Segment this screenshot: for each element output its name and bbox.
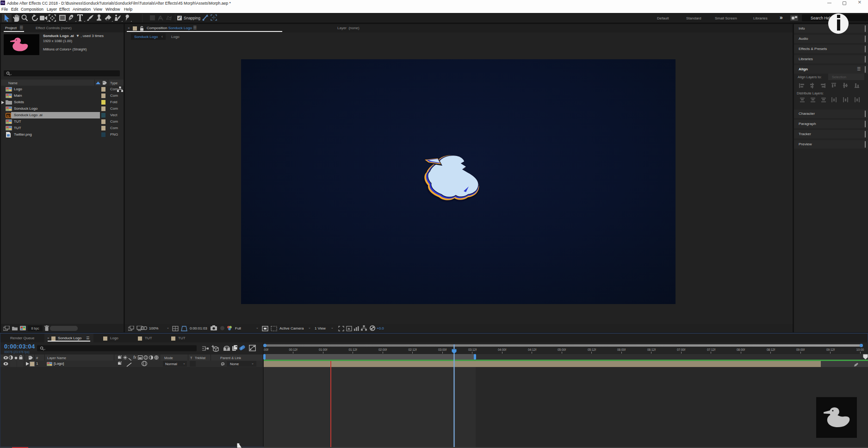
svg-text:Ai: Ai — [6, 114, 10, 118]
